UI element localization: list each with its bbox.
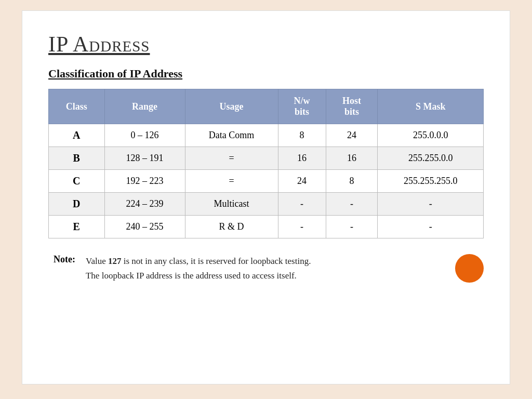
note-section: Note: Value 127 is not in any class, it … [48, 254, 484, 283]
cell-usage: Multicast [185, 193, 278, 216]
cell-range: 128 – 191 [104, 147, 185, 170]
note-text-3: The loopback IP address is the address u… [86, 271, 297, 281]
cell-host-bits: - [326, 216, 378, 238]
cell-usage: Data Comm [185, 124, 278, 147]
note-label: Note: [54, 254, 75, 265]
note-bold-1: 127 [108, 256, 122, 266]
cell-range: 192 – 223 [104, 170, 185, 193]
cell-host-bits: - [326, 193, 378, 216]
cell-host-bits: 16 [326, 147, 378, 170]
ip-table: Class Range Usage N/wbits Hostbits S Mas… [48, 89, 484, 238]
cell-smask: 255.255.0.0 [378, 147, 484, 170]
cell-usage: = [185, 147, 278, 170]
cell-class: E [49, 216, 105, 238]
note-text: Value 127 is not in any class, it is res… [86, 254, 311, 282]
cell-smask: 255.0.0.0 [378, 124, 484, 147]
header-usage: Usage [185, 89, 278, 124]
cell-host-bits: 24 [326, 124, 378, 147]
cell-nw-bits: 16 [278, 147, 326, 170]
section-heading: Classification of IP Address [48, 67, 484, 81]
cell-nw-bits: - [278, 216, 326, 238]
cell-smask: - [378, 216, 484, 238]
header-range: Range [104, 89, 185, 124]
cell-range: 240 – 255 [104, 216, 185, 238]
cell-host-bits: 8 [326, 170, 378, 193]
header-host-bits: Hostbits [326, 89, 378, 124]
cell-usage: R & D [185, 216, 278, 238]
table-header-row: Class Range Usage N/wbits Hostbits S Mas… [49, 89, 484, 124]
cell-class: B [49, 147, 105, 170]
table-row: A0 – 126Data Comm824255.0.0.0 [49, 124, 484, 147]
table-row: E240 – 255R & D--- [49, 216, 484, 238]
cell-class: C [49, 170, 105, 193]
cell-class: A [49, 124, 105, 147]
cell-nw-bits: - [278, 193, 326, 216]
cell-smask: - [378, 193, 484, 216]
cell-range: 0 – 126 [104, 124, 185, 147]
cell-class: D [49, 193, 105, 216]
cell-nw-bits: 24 [278, 170, 326, 193]
cell-usage: = [185, 170, 278, 193]
table-row: C192 – 223=248255.255.255.0 [49, 170, 484, 193]
note-wrapper: Value 127 is not in any class, it is res… [86, 254, 484, 283]
header-nw-bits: N/wbits [278, 89, 326, 124]
note-text-1: Value [86, 256, 108, 266]
table-row: B128 – 191=1616255.255.0.0 [49, 147, 484, 170]
page-title: IP Address [48, 32, 484, 57]
slide-container: IP Address Classification of IP Address … [22, 10, 510, 384]
note-text-2: is not in any class, it is reserved for … [121, 256, 311, 266]
orange-circle-decoration [455, 254, 484, 283]
cell-nw-bits: 8 [278, 124, 326, 147]
header-class: Class [49, 89, 105, 124]
table-row: D224 – 239Multicast--- [49, 193, 484, 216]
header-smask: S Mask [378, 89, 484, 124]
cell-smask: 255.255.255.0 [378, 170, 484, 193]
cell-range: 224 – 239 [104, 193, 185, 216]
